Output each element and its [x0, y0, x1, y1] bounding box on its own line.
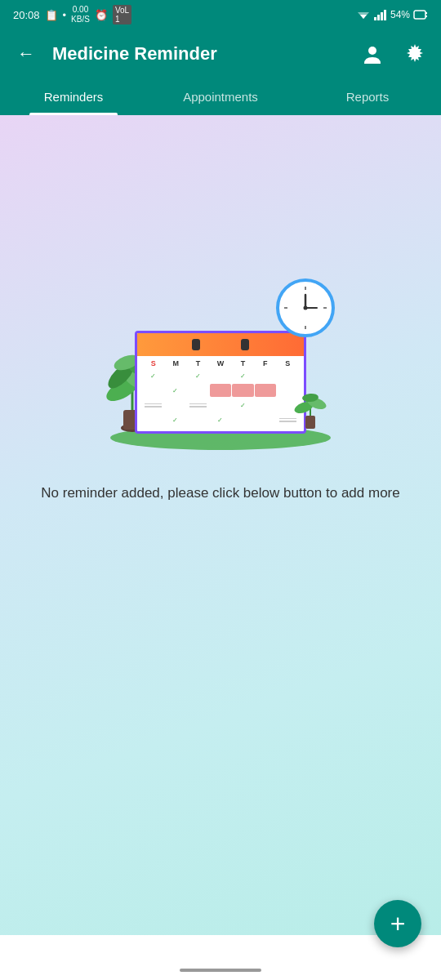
cal-cell [165, 413, 187, 426]
tab-reminders[interactable]: Reminders [0, 78, 147, 115]
status-icons-area: 54% [356, 9, 428, 20]
calendar-days-header: SMTWTFS [142, 359, 299, 368]
cal-cell [255, 399, 277, 412]
tab-appointments[interactable]: Appointments [147, 78, 294, 115]
cal-cell [210, 413, 232, 426]
cal-cell [165, 399, 187, 412]
cal-cell [255, 369, 277, 382]
cal-cell [232, 413, 254, 426]
network-speed: 0.00KB/S [71, 5, 90, 24]
svg-rect-27 [305, 416, 315, 429]
time-display: 20:08 [13, 9, 40, 21]
cal-cell [142, 413, 164, 426]
cal-cell [187, 413, 209, 426]
status-time-area: 20:08 📋 • 0.00KB/S ⏰ VoL1 [13, 5, 131, 24]
cal-cell-highlighted [232, 384, 254, 397]
svg-rect-6 [414, 11, 425, 19]
svg-rect-3 [377, 15, 380, 20]
svg-marker-1 [358, 12, 369, 19]
cal-cell-highlighted [255, 384, 277, 397]
app-bar-icons [359, 41, 428, 67]
cal-cell [210, 399, 232, 412]
app-title: Medicine Reminder [52, 43, 346, 65]
cal-cell [187, 369, 209, 382]
clock [276, 278, 335, 337]
binding-right [241, 339, 249, 350]
cal-cell [165, 384, 187, 397]
add-reminder-fab[interactable]: + [374, 900, 421, 947]
empty-state-message: No reminder added, please click below bu… [8, 483, 432, 504]
dot-indicator: • [63, 9, 67, 21]
cal-cell [210, 369, 232, 382]
signal-icon [374, 9, 387, 20]
svg-rect-5 [384, 10, 386, 20]
settings-icon[interactable] [402, 41, 428, 67]
svg-point-22 [304, 306, 308, 310]
bottom-nav-indicator [180, 969, 261, 972]
plant-right [294, 381, 327, 434]
alarm-icon: ⏰ [95, 9, 108, 21]
back-button[interactable]: ← [13, 41, 39, 67]
cal-cell [232, 399, 254, 412]
cal-cell [142, 384, 164, 397]
calendar-body: SMTWTFS [137, 356, 304, 431]
cal-cell [165, 369, 187, 382]
vol-icon: VoL1 [113, 5, 131, 24]
app-bar: ← Medicine Reminder [0, 29, 441, 78]
status-bar: 20:08 📋 • 0.00KB/S ⏰ VoL1 54% [0, 0, 441, 29]
cal-cell [255, 413, 277, 426]
tab-reports[interactable]: Reports [294, 78, 441, 115]
battery-icon [413, 9, 428, 20]
svg-rect-4 [381, 12, 383, 20]
svg-point-9 [368, 47, 376, 55]
profile-icon[interactable] [359, 41, 385, 67]
cal-cell [142, 399, 164, 412]
cal-cell [277, 369, 299, 382]
calendar: SMTWTFS [135, 331, 306, 434]
fab-icon: + [390, 909, 406, 939]
clock-face [276, 278, 335, 337]
cal-cell [187, 399, 209, 412]
illustration: SMTWTFS [98, 278, 343, 458]
main-content: SMTWTFS [0, 115, 441, 935]
wifi-icon [356, 9, 371, 20]
tabs-bar: Reminders Appointments Reports [0, 78, 441, 115]
svg-rect-2 [374, 17, 376, 20]
binding-left [192, 339, 200, 350]
cal-cell [232, 369, 254, 382]
sim-icon: 📋 [45, 9, 58, 21]
battery-display: 54% [390, 9, 410, 20]
cal-cell-highlighted [210, 384, 232, 397]
cal-cell [142, 369, 164, 382]
cal-cell [187, 384, 209, 397]
